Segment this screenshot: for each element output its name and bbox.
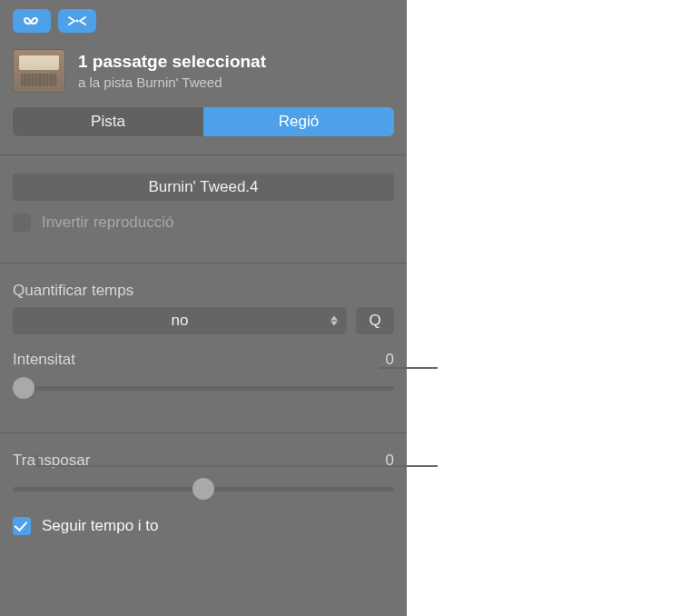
follow-tempo-row[interactable]: Seguir tempo i to: [0, 517, 407, 548]
region-header: 1 passatge seleccionat a la pista Burnin…: [0, 42, 407, 102]
merge-icon-button[interactable]: [58, 9, 96, 33]
inspector-toolbar: [0, 9, 407, 42]
selection-subtitle: a la pista Burnin' Tweed: [78, 75, 266, 90]
callout-line: [380, 367, 438, 369]
transpose-label: Transposar: [13, 452, 90, 470]
intensity-value: 0: [386, 351, 394, 369]
slider-track: [13, 386, 394, 391]
quantize-select[interactable]: no: [13, 307, 347, 334]
quantize-value: no: [172, 312, 189, 330]
transpose-value: 0: [386, 452, 394, 470]
callout-line: [36, 454, 38, 467]
transpose-slider[interactable]: [13, 475, 394, 502]
tab-region[interactable]: Regió: [203, 107, 394, 136]
track-thumbnail: [13, 49, 65, 93]
intensity-slider[interactable]: [13, 374, 394, 402]
tab-track[interactable]: Pista: [13, 107, 203, 136]
merge-icon: [66, 15, 88, 27]
callout-line: [36, 465, 438, 467]
quantize-apply-button[interactable]: Q: [356, 307, 394, 334]
quantize-label: Quantificar temps: [13, 282, 394, 300]
loop-icon: [21, 15, 43, 27]
slider-thumb[interactable]: [192, 478, 214, 500]
svg-point-0: [76, 20, 79, 23]
follow-tempo-label: Seguir tempo i to: [42, 517, 159, 535]
intensity-label: Intensitat: [13, 351, 75, 369]
reverse-playback-row[interactable]: Invertir reproducció: [13, 214, 394, 232]
region-inspector-panel: 1 passatge seleccionat a la pista Burnin…: [0, 0, 407, 616]
quantize-section: Quantificar temps no Q Intensitat 0: [0, 263, 407, 414]
region-name-section: Burnin' Tweed.4 Invertir reproducció: [0, 155, 407, 244]
loop-icon-button[interactable]: [13, 9, 51, 33]
transpose-section: Transposar 0: [0, 433, 407, 508]
reverse-playback-checkbox[interactable]: [13, 214, 31, 232]
follow-tempo-checkbox[interactable]: [13, 517, 31, 535]
slider-thumb[interactable]: [13, 377, 35, 399]
chevron-updown-icon: [330, 316, 338, 326]
reverse-playback-label: Invertir reproducció: [42, 214, 174, 232]
track-region-toggle: Pista Regió: [13, 107, 394, 136]
region-name-input[interactable]: Burnin' Tweed.4: [13, 174, 394, 201]
selection-title: 1 passatge seleccionat: [78, 52, 266, 72]
